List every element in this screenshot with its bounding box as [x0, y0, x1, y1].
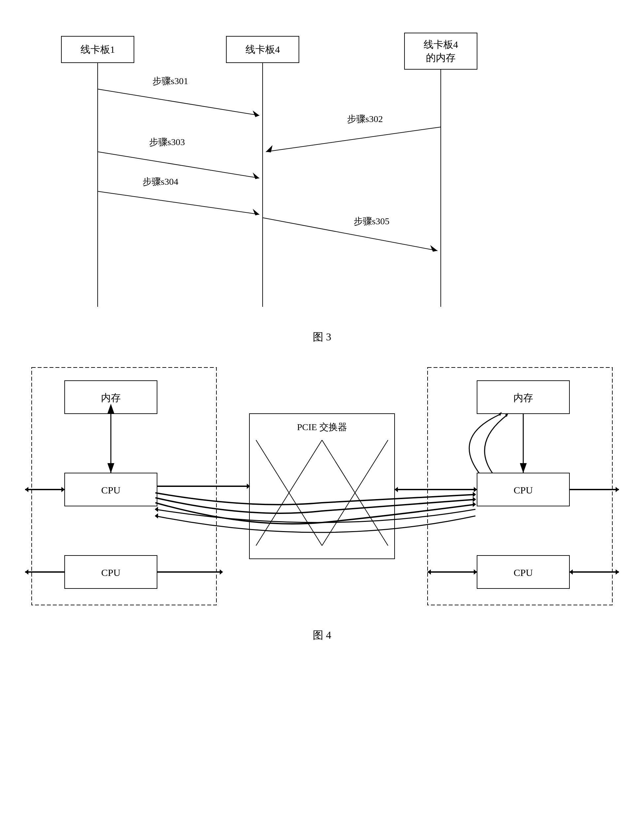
- svg-marker-57: [155, 513, 158, 519]
- step-s305-label: 步骤s305: [354, 216, 390, 226]
- svg-marker-55: [473, 502, 476, 507]
- figure3-diagram: 线卡板1 线卡板4 线卡板4 的内存 步骤s301 步骤s302: [42, 26, 602, 323]
- cpu2-bot-label: CPU: [514, 567, 533, 578]
- svg-marker-15: [430, 245, 438, 252]
- figure3-svg: 线卡板1 线卡板4 线卡板4 的内存 步骤s301 步骤s302: [42, 26, 602, 323]
- svg-line-6: [98, 89, 259, 115]
- svg-marker-52: [474, 487, 477, 492]
- cpu1-top-label: CPU: [101, 484, 121, 495]
- cpu1-bot-label: CPU: [101, 567, 121, 578]
- svg-marker-25: [25, 569, 28, 574]
- svg-marker-9: [266, 145, 273, 152]
- figure3-caption: 图 3: [20, 330, 624, 345]
- svg-marker-40: [616, 487, 619, 492]
- figure4-svg: 内存 CPU CPU PCIE 交换器: [25, 357, 619, 621]
- svg-rect-2: [405, 33, 477, 69]
- svg-marker-27: [220, 569, 223, 574]
- svg-marker-56: [155, 507, 158, 512]
- svg-marker-21: [25, 487, 28, 492]
- svg-marker-54: [473, 497, 476, 502]
- mem2-label: 内存: [514, 392, 533, 403]
- page: 线卡板1 线卡板4 线卡板4 的内存 步骤s301 步骤s302: [0, 0, 644, 669]
- box-linecardboard4mem-label1: 线卡板4: [424, 39, 458, 50]
- svg-marker-47: [616, 569, 619, 574]
- svg-marker-11: [253, 172, 259, 179]
- figure4-caption: 图 4: [20, 628, 624, 643]
- box-linecardboard1-label: 线卡板1: [81, 44, 115, 55]
- pcie-label: PCIE 交换器: [297, 422, 347, 432]
- box-linecardboard4-label: 线卡板4: [245, 44, 280, 55]
- svg-rect-28: [250, 414, 394, 559]
- svg-marker-7: [253, 110, 259, 117]
- step-s302-label: 步骤s302: [347, 114, 383, 124]
- svg-marker-46: [570, 569, 573, 574]
- svg-line-12: [98, 191, 259, 214]
- svg-marker-44: [474, 569, 477, 574]
- svg-marker-43: [428, 569, 431, 574]
- svg-marker-53: [473, 492, 476, 497]
- svg-line-8: [266, 127, 441, 152]
- box-linecardboard4mem-label2: 的内存: [426, 52, 456, 63]
- svg-line-10: [98, 152, 259, 178]
- step-s304-label: 步骤s304: [143, 177, 178, 187]
- svg-marker-51: [394, 487, 398, 492]
- cpu2-top-label: CPU: [514, 484, 533, 495]
- step-s303-label: 步骤s303: [149, 137, 185, 147]
- step-s301-label: 步骤s301: [152, 76, 188, 86]
- mem1-label: 内存: [101, 392, 121, 403]
- svg-marker-22: [61, 487, 65, 492]
- figure4-diagram: 内存 CPU CPU PCIE 交换器: [25, 357, 619, 621]
- svg-line-14: [262, 218, 438, 251]
- svg-marker-13: [253, 209, 259, 216]
